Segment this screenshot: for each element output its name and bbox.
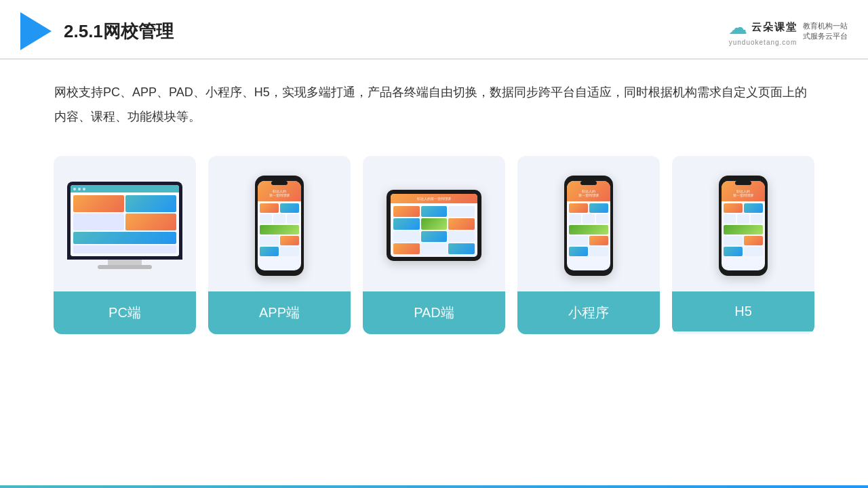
app-image-area: 职达人的第一堂同理课	[208, 156, 351, 291]
page-title: 2.5.1网校管理	[64, 20, 174, 43]
card-label-app: APP端	[208, 291, 351, 334]
card-label-h5: H5	[672, 291, 814, 331]
pc-mockup	[67, 182, 182, 269]
card-h5: 职达人的第一堂同理课	[672, 156, 814, 334]
brand-logo: ☁ 云朵课堂 yunduoketang.com	[728, 16, 797, 46]
brand-url: yunduoketang.com	[729, 39, 797, 46]
cloud-icon: ☁	[728, 16, 747, 39]
header-left: 2.5.1网校管理	[20, 12, 174, 50]
pad-image-area: 职达人的第一堂同理课	[363, 156, 505, 291]
miniprogram-image-area: 职达人的第一堂同理课	[517, 156, 660, 291]
bottom-line	[0, 485, 868, 488]
card-pc: PC端	[54, 156, 196, 334]
cards-container: PC端 职达人的第一堂同理课	[0, 136, 868, 354]
phone-mockup-h5: 职达人的第一堂同理课	[719, 176, 768, 276]
card-pad: 职达人的第一堂同理课	[363, 156, 505, 334]
h5-image-area: 职达人的第一堂同理课	[672, 156, 814, 291]
description-text: 网校支持PC、APP、PAD、小程序、H5，实现多端打通，产品各终端自由切换，数…	[0, 60, 868, 136]
phone-mockup-mini: 职达人的第一堂同理课	[564, 176, 613, 276]
brand-name: 云朵课堂	[751, 21, 797, 34]
card-label-pc: PC端	[54, 291, 196, 334]
brand-slogan: 教育机构一站式服务云平台	[803, 21, 848, 42]
tablet-mockup: 职达人的第一堂同理课	[387, 190, 481, 261]
header: 2.5.1网校管理 ☁ 云朵课堂 yunduoketang.com 教育机构一站…	[0, 0, 868, 60]
logo-icon	[20, 12, 52, 50]
phone-mockup-app: 职达人的第一堂同理课	[255, 176, 304, 276]
pc-image-area	[54, 156, 196, 291]
card-label-pad: PAD端	[363, 291, 505, 334]
header-right: ☁ 云朵课堂 yunduoketang.com 教育机构一站式服务云平台	[728, 16, 848, 46]
card-miniprogram: 职达人的第一堂同理课	[517, 156, 660, 334]
card-app: 职达人的第一堂同理课	[208, 156, 351, 334]
card-label-miniprogram: 小程序	[517, 291, 660, 334]
